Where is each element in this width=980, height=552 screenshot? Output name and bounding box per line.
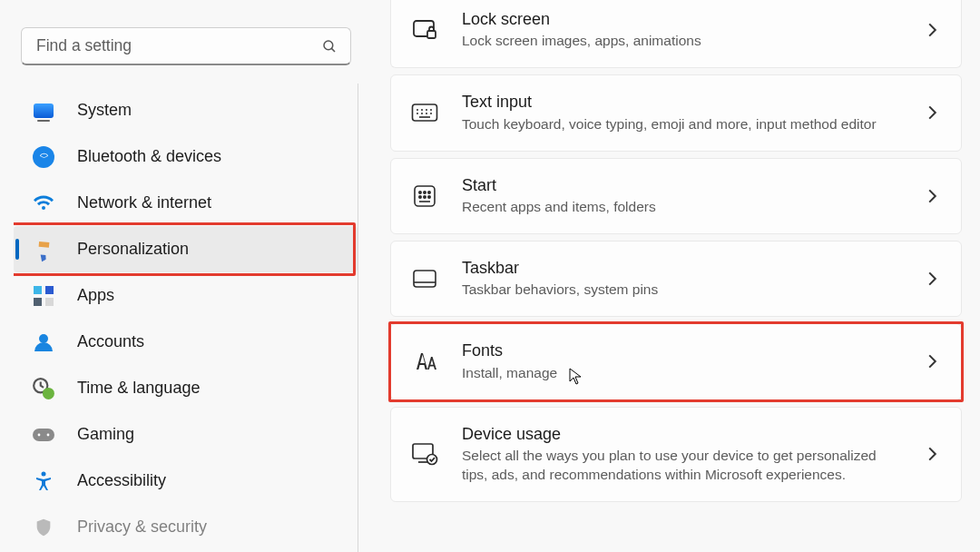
start-icon	[411, 182, 438, 210]
card-text: Start Recent apps and items, folders	[462, 175, 904, 217]
card-text: Fonts Install, manage	[462, 340, 904, 382]
card-title: Fonts	[462, 340, 904, 361]
card-lock-screen[interactable]: Lock screen Lock screen images, apps, an…	[390, 0, 962, 68]
settings-content: Lock screen Lock screen images, apps, an…	[372, 0, 980, 552]
card-subtitle: Install, manage	[462, 364, 904, 383]
bluetooth-icon: ⌔	[32, 145, 55, 169]
sidebar-item-apps[interactable]: Apps	[14, 272, 358, 319]
sidebar-item-label: Personalization	[77, 240, 189, 259]
keyboard-icon	[411, 99, 438, 126]
card-text-input[interactable]: Text input Touch keyboard, voice typing,…	[390, 74, 962, 151]
nav: System ⌔ Bluetooth & devices Network & i…	[14, 84, 358, 552]
svg-point-4	[43, 387, 54, 399]
card-text: Device usage Select all the ways you pla…	[462, 424, 904, 485]
card-text: Lock screen Lock screen images, apps, an…	[462, 9, 904, 51]
card-title: Taskbar	[462, 258, 904, 279]
sidebar-item-label: Network & internet	[77, 193, 211, 212]
sidebar-item-personalization[interactable]: Personalization	[14, 226, 358, 272]
svg-rect-10	[427, 31, 436, 38]
card-text: Taskbar Taskbar behaviors, system pins	[462, 258, 904, 300]
svg-point-23	[424, 192, 426, 193]
sidebar-item-label: Time & language	[77, 379, 200, 398]
sidebar-item-time-language[interactable]: Time & language	[14, 365, 358, 411]
sidebar-item-label: Privacy & security	[77, 518, 207, 537]
fonts-icon	[411, 348, 438, 375]
person-icon	[32, 330, 55, 354]
lock-screen-icon	[411, 16, 438, 44]
card-title: Lock screen	[462, 9, 904, 30]
sidebar-item-label: Gaming	[77, 425, 134, 444]
chevron-right-icon	[927, 188, 941, 204]
wifi-icon	[32, 192, 55, 215]
card-title: Text input	[462, 92, 904, 113]
card-subtitle: Taskbar behaviors, system pins	[462, 281, 904, 300]
chevron-right-icon	[927, 271, 941, 287]
svg-point-27	[428, 196, 430, 198]
card-device-usage[interactable]: Device usage Select all the ways you pla…	[390, 407, 962, 502]
sidebar-item-label: Apps	[77, 286, 114, 305]
apps-icon	[32, 284, 55, 308]
svg-point-6	[38, 433, 41, 436]
sidebar-item-gaming[interactable]: Gaming	[14, 411, 358, 458]
svg-line-1	[331, 48, 335, 52]
svg-point-8	[42, 471, 46, 476]
shield-icon	[32, 516, 55, 539]
sidebar-item-system[interactable]: System	[14, 87, 358, 133]
sidebar-item-bluetooth[interactable]: ⌔ Bluetooth & devices	[14, 133, 358, 180]
svg-point-0	[324, 41, 333, 50]
card-title: Start	[462, 175, 904, 196]
gamepad-icon	[32, 423, 55, 447]
card-subtitle: Touch keyboard, voice typing, emoji and …	[462, 115, 904, 134]
chevron-right-icon	[927, 353, 941, 370]
sidebar-item-accounts[interactable]: Accounts	[14, 319, 358, 365]
sidebar-item-label: Bluetooth & devices	[77, 147, 221, 166]
card-start[interactable]: Start Recent apps and items, folders	[390, 158, 962, 234]
sidebar-item-label: Accessibility	[77, 471, 166, 490]
chevron-right-icon	[927, 104, 941, 121]
card-subtitle: Recent apps and items, folders	[462, 198, 904, 217]
sidebar-item-accessibility[interactable]: Accessibility	[14, 458, 358, 504]
clock-globe-icon	[32, 377, 55, 400]
card-subtitle: Lock screen images, apps, animations	[462, 32, 904, 51]
svg-point-26	[424, 196, 426, 198]
svg-point-33	[427, 455, 437, 465]
chevron-right-icon	[927, 22, 941, 38]
card-text: Text input Touch keyboard, voice typing,…	[462, 92, 904, 133]
search-icon	[321, 38, 338, 54]
svg-point-22	[419, 192, 421, 193]
accessibility-icon	[32, 469, 55, 493]
sidebar-item-label: Accounts	[77, 332, 144, 351]
svg-point-25	[419, 196, 421, 198]
card-fonts[interactable]: Fonts Install, manage	[390, 323, 962, 399]
svg-point-7	[47, 433, 50, 436]
svg-rect-29	[414, 271, 436, 287]
card-title: Device usage	[462, 424, 904, 445]
sidebar-item-label: System	[77, 101, 132, 120]
taskbar-icon	[411, 265, 438, 292]
paintbrush-icon	[32, 238, 55, 261]
search-container	[21, 27, 351, 65]
monitor-icon	[32, 99, 55, 123]
card-taskbar[interactable]: Taskbar Taskbar behaviors, system pins	[390, 241, 962, 317]
svg-point-2	[39, 334, 48, 343]
svg-rect-11	[413, 104, 437, 121]
chevron-right-icon	[927, 446, 941, 462]
device-usage-icon	[411, 440, 438, 468]
sidebar-item-privacy[interactable]: Privacy & security	[14, 504, 358, 550]
sidebar: System ⌔ Bluetooth & devices Network & i…	[0, 0, 372, 552]
sidebar-item-network[interactable]: Network & internet	[14, 180, 358, 226]
search-input-wrapper[interactable]	[21, 27, 351, 65]
svg-rect-5	[33, 429, 54, 441]
search-input[interactable]	[34, 35, 321, 56]
card-subtitle: Select all the ways you plan to use your…	[462, 447, 904, 485]
svg-point-24	[428, 192, 430, 193]
